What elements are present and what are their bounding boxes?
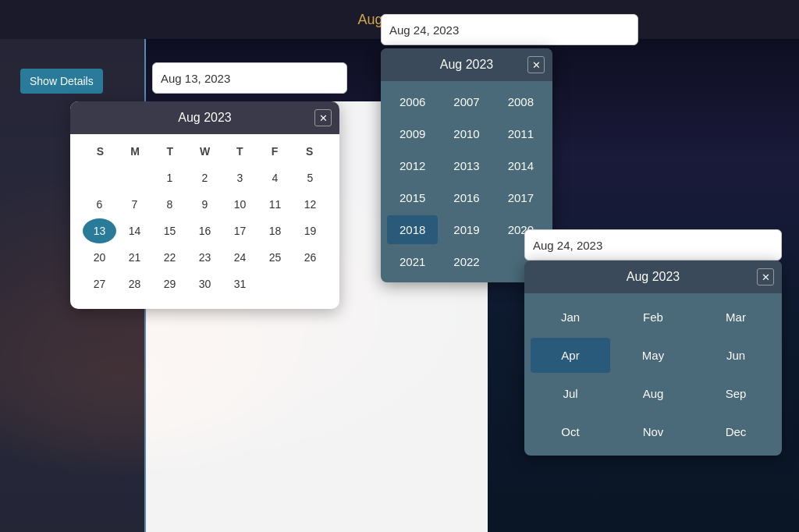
calendar-day[interactable]: 7 xyxy=(118,192,151,217)
month-item[interactable]: Apr xyxy=(531,338,610,373)
calendar-weekdays: S M T W T F S xyxy=(83,142,327,161)
calendar-day[interactable]: 17 xyxy=(223,218,257,243)
date-input-left-value: Aug 13, 2023 xyxy=(161,72,230,85)
calendar-header-left: Aug 2023 ✕ xyxy=(70,101,339,134)
month-item[interactable]: May xyxy=(613,338,693,373)
calendar-month-year-left: Aug 2023 xyxy=(178,111,232,125)
calendar-day xyxy=(118,165,151,190)
weekday-w: W xyxy=(187,142,222,161)
year-item[interactable]: 2019 xyxy=(441,215,492,244)
year-item[interactable]: 2008 xyxy=(495,87,546,116)
weekday-f: F xyxy=(257,142,293,161)
year-item[interactable]: 2006 xyxy=(387,87,438,116)
date-input-right[interactable]: Aug 24, 2023 xyxy=(381,14,638,45)
month-item[interactable]: Nov xyxy=(613,414,693,449)
calendar-day[interactable]: 30 xyxy=(188,271,222,296)
month-item[interactable]: Jul xyxy=(531,376,610,411)
calendar-day[interactable]: 11 xyxy=(258,192,292,217)
calendar-day[interactable]: 10 xyxy=(223,192,257,217)
calendar-day[interactable]: 12 xyxy=(293,192,327,217)
date-input-right-value: Aug 24, 2023 xyxy=(389,23,459,37)
year-picker-close[interactable]: ✕ xyxy=(527,56,545,73)
calendar-body-left: S M T W T F S 12345678910111213141516171… xyxy=(70,134,339,309)
month-item[interactable]: Jun xyxy=(696,338,776,373)
calendar-day[interactable]: 28 xyxy=(118,271,151,296)
year-item[interactable]: 2017 xyxy=(495,183,546,212)
calendar-close-left[interactable]: ✕ xyxy=(314,109,332,126)
calendar-day[interactable]: 20 xyxy=(83,245,116,270)
month-item[interactable]: Sep xyxy=(696,376,776,411)
weekday-m: M xyxy=(118,142,153,161)
month-item[interactable]: Dec xyxy=(696,414,776,449)
month-item[interactable]: Aug xyxy=(613,376,693,411)
month-picker-popup: Aug 2023 ✕ JanFebMarAprMayJunJulAugSepOc… xyxy=(524,261,782,456)
year-item[interactable]: 2010 xyxy=(441,119,492,148)
weekday-t1: T xyxy=(152,142,187,161)
calendar-day[interactable]: 2 xyxy=(188,165,222,190)
month-grid: JanFebMarAprMayJunJulAugSepOctNovDec xyxy=(524,293,782,456)
calendar-day[interactable]: 29 xyxy=(153,271,186,296)
year-item[interactable]: 2016 xyxy=(441,183,492,212)
calendar-day[interactable]: 21 xyxy=(118,245,151,270)
calendar-day[interactable]: 3 xyxy=(223,165,257,190)
calendar-day[interactable]: 1 xyxy=(153,165,186,190)
calendar-day xyxy=(83,165,116,190)
calendar-day xyxy=(293,271,327,296)
year-item[interactable]: 2011 xyxy=(495,119,546,148)
year-picker-header: Aug 2023 ✕ xyxy=(381,48,552,81)
calendar-day[interactable]: 19 xyxy=(293,218,327,243)
month-item[interactable]: Oct xyxy=(531,414,610,449)
year-item[interactable]: 2015 xyxy=(387,183,438,212)
year-item[interactable]: 2007 xyxy=(441,87,492,116)
calendar-day[interactable]: 8 xyxy=(153,192,186,217)
month-picker-close[interactable]: ✕ xyxy=(757,268,774,286)
month-item[interactable]: Feb xyxy=(613,300,693,335)
year-item[interactable]: 2009 xyxy=(387,119,438,148)
year-item[interactable]: 2018 xyxy=(387,215,438,244)
year-picker-title: Aug 2023 xyxy=(440,58,494,72)
year-item[interactable]: 2013 xyxy=(441,151,492,180)
calendar-day[interactable]: 9 xyxy=(188,192,222,217)
month-item[interactable]: Jan xyxy=(531,300,610,335)
year-item[interactable]: 2021 xyxy=(387,247,438,276)
month-picker-header: Aug 2023 ✕ xyxy=(524,261,782,293)
calendar-day xyxy=(258,271,292,296)
calendar-day[interactable]: 18 xyxy=(258,218,292,243)
calendar-day[interactable]: 15 xyxy=(153,218,186,243)
date-input-left[interactable]: Aug 13, 2023 xyxy=(152,62,347,94)
year-item[interactable]: 2014 xyxy=(495,151,546,180)
weekday-t2: T xyxy=(222,142,257,161)
calendar-day[interactable]: 6 xyxy=(83,192,116,217)
calendar-day[interactable]: 5 xyxy=(293,165,327,190)
calendar-day[interactable]: 13 xyxy=(83,218,116,243)
calendar-day[interactable]: 14 xyxy=(118,218,151,243)
calendar-day[interactable]: 4 xyxy=(258,165,292,190)
calendar-day[interactable]: 23 xyxy=(188,245,222,270)
calendar-day[interactable]: 24 xyxy=(223,245,257,270)
year-item[interactable]: 2012 xyxy=(387,151,438,180)
calendar-day[interactable]: 27 xyxy=(83,271,116,296)
calendar-popup-left: Aug 2023 ✕ S M T W T F S 123456789101112… xyxy=(70,101,339,309)
month-picker-title: Aug 2023 xyxy=(627,270,680,284)
show-details-button[interactable]: Show Details xyxy=(20,69,103,94)
calendar-day[interactable]: 31 xyxy=(223,271,257,296)
calendar-days-grid: 1234567891011121314151617181920212223242… xyxy=(83,165,327,296)
calendar-day[interactable]: 26 xyxy=(293,245,327,270)
date-input-month-value: Aug 24, 2023 xyxy=(533,239,602,252)
year-item[interactable]: 2022 xyxy=(441,247,492,276)
date-input-month[interactable]: Aug 24, 2023 xyxy=(524,229,782,261)
calendar-day[interactable]: 22 xyxy=(153,245,186,270)
calendar-day[interactable]: 16 xyxy=(188,218,222,243)
weekday-s2: S xyxy=(292,142,327,161)
calendar-day[interactable]: 25 xyxy=(258,245,292,270)
weekday-s1: S xyxy=(83,142,118,161)
month-item[interactable]: Mar xyxy=(696,300,776,335)
